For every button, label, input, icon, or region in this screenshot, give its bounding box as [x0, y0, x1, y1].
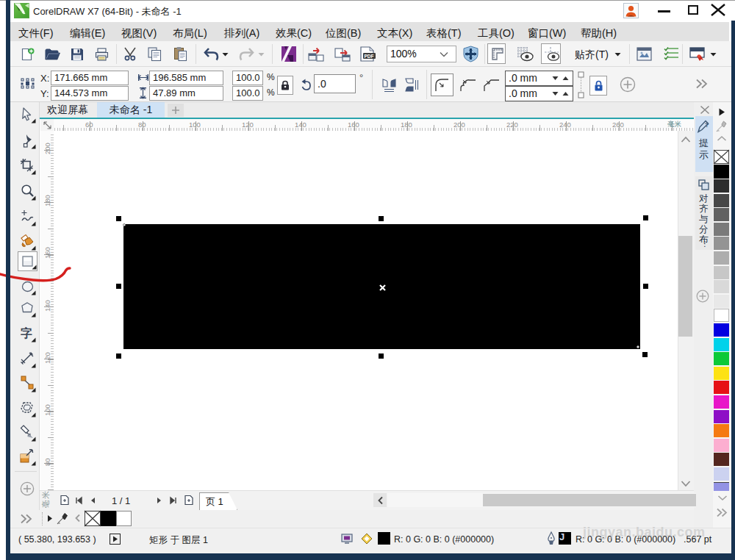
svg-text:?: ?: [705, 121, 709, 129]
svg-text:PDF: PDF: [365, 54, 374, 59]
